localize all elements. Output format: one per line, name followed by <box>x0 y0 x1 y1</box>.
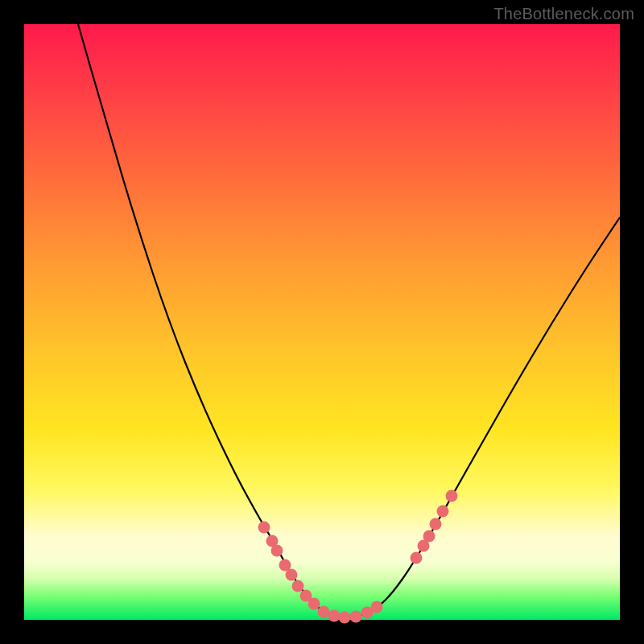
data-point <box>271 545 283 557</box>
data-point <box>328 610 341 622</box>
data-point <box>292 580 304 592</box>
scatter-right-cluster <box>411 490 458 564</box>
data-point <box>446 490 458 502</box>
bottleneck-curve <box>78 24 620 617</box>
data-point <box>286 569 298 581</box>
data-point <box>371 601 383 613</box>
data-point <box>339 612 351 624</box>
plot-area <box>24 24 620 620</box>
data-point <box>437 506 449 518</box>
data-point <box>258 522 270 534</box>
data-point <box>318 606 330 618</box>
data-point <box>350 611 362 623</box>
curve-svg <box>24 24 620 620</box>
watermark-text: TheBottleneck.com <box>493 5 634 23</box>
data-point <box>411 552 423 564</box>
data-point <box>308 598 320 610</box>
data-point <box>430 518 442 530</box>
data-point <box>423 530 436 543</box>
chart-frame: TheBottleneck.com <box>0 0 644 644</box>
scatter-left-cluster <box>258 522 383 624</box>
